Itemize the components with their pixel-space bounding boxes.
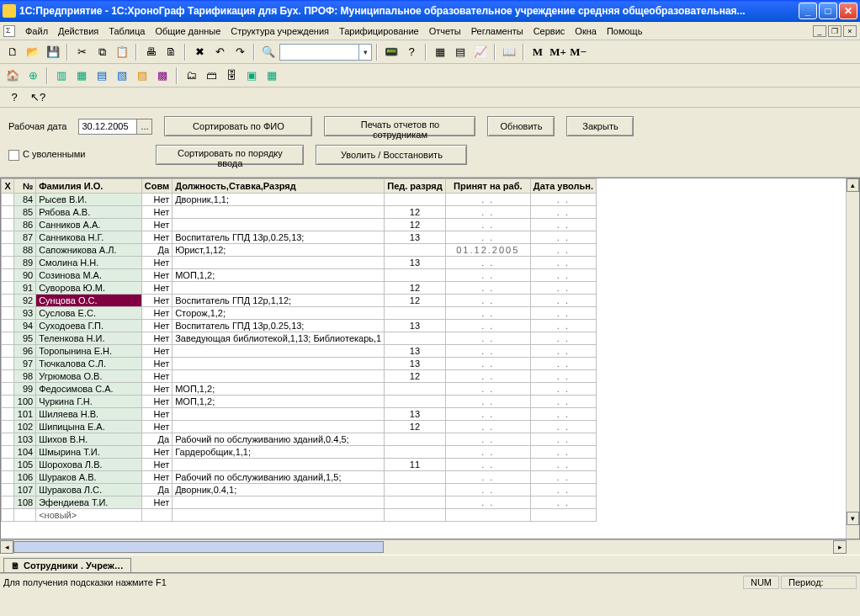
menu-Тарифицирование[interactable]: Тарифицирование: [334, 24, 424, 38]
new-row[interactable]: <новый>: [2, 509, 597, 522]
table-row[interactable]: 97Тючкалова С.Л.Нет13. .. .: [2, 358, 597, 370]
col-ped[interactable]: Пед. разряд: [385, 179, 446, 194]
table-row[interactable]: 95Теленкова Н.И.НетЗаведующая библиотеко…: [2, 332, 597, 345]
doc4-icon[interactable]: ▣: [242, 66, 261, 85]
close-form-button[interactable]: Закрыть: [566, 116, 634, 136]
horizontal-scrollbar[interactable]: ◂ ▸: [0, 539, 860, 553]
table-row[interactable]: 102Шипицына Е.А.Нет12. .. .: [2, 421, 597, 433]
table-row[interactable]: 89Смолина Н.Н.Нет13. .. .: [2, 257, 597, 269]
print-reports-button[interactable]: Печать отчетов по сотрудникам: [324, 116, 475, 136]
scroll-right-icon[interactable]: ▸: [833, 540, 847, 554]
mdi-close[interactable]: ×: [843, 25, 857, 37]
tool1-icon[interactable]: ▦: [431, 43, 449, 61]
paste-icon[interactable]: 📋: [113, 43, 131, 61]
find-icon[interactable]: 🔍: [259, 43, 278, 61]
menu-Действия[interactable]: Действия: [53, 24, 104, 38]
save-icon[interactable]: 💾: [44, 43, 62, 61]
grid4-icon[interactable]: ▧: [113, 66, 131, 85]
table-row[interactable]: 108Эфендиева Т.И.Нет. .. .: [2, 497, 597, 509]
table-row[interactable]: 92Сунцова О.С.НетВоспитатель ГПД 12р,1,1…: [2, 295, 597, 307]
menu-Помощь[interactable]: Помощь: [602, 24, 648, 38]
preview-icon[interactable]: 🗎: [162, 43, 180, 61]
menu-Структура учреждения[interactable]: Структура учреждения: [226, 24, 334, 38]
tool2-icon[interactable]: ▤: [451, 43, 470, 61]
table-row[interactable]: 106Шураков А.В.НетРабочий по обслуживани…: [2, 471, 597, 484]
table-row[interactable]: 87Санникова Н.Г.НетВоспитатель ГПД 13р,0…: [2, 231, 597, 244]
menu-Файл[interactable]: Файл: [20, 24, 53, 38]
scroll-left-icon[interactable]: ◂: [0, 540, 13, 554]
employees-grid[interactable]: X № Фамилия И.О. Совм Должность,Ставка,Р…: [0, 178, 860, 539]
menu-Отчеты[interactable]: Отчеты: [424, 24, 466, 38]
table-row[interactable]: 84Рысев В.И.НетДворник,1,1;. .. .: [2, 194, 597, 206]
menu-Таблица[interactable]: Таблица: [104, 24, 150, 38]
mdi-restore[interactable]: ❐: [828, 25, 841, 37]
table-row[interactable]: 99Федосимова С.А.НетМОП,1,2;. .. .: [2, 383, 597, 396]
col-x[interactable]: X: [2, 179, 14, 194]
table-row[interactable]: 101Шиляева Н.В.Нет13. .. .: [2, 408, 597, 421]
doc1-icon[interactable]: 🗂: [182, 66, 200, 85]
doc2-icon[interactable]: 🗃: [202, 66, 220, 85]
workdate-input[interactable]: [78, 119, 137, 135]
table-row[interactable]: 91Суворова Ю.М.Нет12. .. .: [2, 282, 597, 295]
workdate-picker-button[interactable]: …: [137, 119, 152, 135]
col-sovm[interactable]: Совм: [141, 179, 172, 194]
table-row[interactable]: 103Шихов В.Н.ДаРабочий по обслуживанию з…: [2, 433, 597, 446]
undo-icon[interactable]: ↶: [210, 43, 229, 61]
col-fio[interactable]: Фамилия И.О.: [36, 179, 142, 194]
open-icon[interactable]: 📂: [24, 43, 42, 61]
print-icon[interactable]: 🖶: [141, 43, 160, 61]
mdi-doc-icon[interactable]: [3, 25, 15, 37]
table-row[interactable]: 85Рябова А.В.Нет12. .. .: [2, 206, 597, 219]
vertical-scrollbar[interactable]: ▴ ▾: [846, 178, 859, 539]
grid2-icon[interactable]: ▦: [72, 66, 91, 85]
grid3-icon[interactable]: ▤: [93, 66, 111, 85]
close-button[interactable]: ✕: [839, 3, 857, 19]
grid1-icon[interactable]: ▥: [52, 66, 71, 85]
table-row[interactable]: 88Сапожникова А.Л.ДаЮрист,1,12;01.12.200…: [2, 244, 597, 257]
globe-icon[interactable]: ⊕: [24, 66, 42, 85]
tab-employees[interactable]: 🗎 Сотрудники . Учреж…: [3, 558, 131, 572]
table-row[interactable]: 86Санников А.А.Нет12. .. .: [2, 219, 597, 231]
doc3-icon[interactable]: 🗄: [222, 66, 241, 85]
menu-Общие данные[interactable]: Общие данные: [150, 24, 226, 38]
col-dol[interactable]: Должность,Ставка,Разряд: [173, 179, 385, 194]
new-icon[interactable]: 🗋: [3, 43, 22, 61]
m-plus-button[interactable]: M+: [549, 43, 567, 61]
table-row[interactable]: 90Созинова М.А.НетМОП,1,2;. .. .: [2, 269, 597, 282]
table-row[interactable]: 93Суслова Е.С.НетСторож,1,2;. .. .: [2, 307, 597, 320]
find-combo[interactable]: ▾: [279, 44, 372, 61]
col-uvol[interactable]: Дата увольн.: [530, 179, 596, 194]
m-minus-button[interactable]: M−: [569, 43, 587, 61]
table-row[interactable]: 107Шуракова Л.С.ДаДворник,0.4,1;. .. .: [2, 484, 597, 497]
redo-icon[interactable]: ↷: [231, 43, 249, 61]
col-n[interactable]: №: [14, 179, 36, 194]
scroll-up-icon[interactable]: ▴: [847, 178, 859, 192]
table-row[interactable]: 94Суходоева Г.П.НетВоспитатель ГПД 13р,0…: [2, 320, 597, 332]
maximize-button[interactable]: □: [819, 3, 837, 19]
mdi-minimize[interactable]: _: [813, 25, 826, 37]
scroll-thumb[interactable]: [13, 541, 384, 553]
refresh-button[interactable]: Обновить: [487, 116, 555, 136]
scroll-down-icon[interactable]: ▾: [847, 512, 859, 525]
menu-Окна[interactable]: Окна: [570, 24, 602, 38]
doc5-icon[interactable]: ▦: [263, 66, 281, 85]
m-button[interactable]: M: [528, 43, 547, 61]
home-icon[interactable]: 🏠: [3, 66, 22, 85]
menu-Регламенты[interactable]: Регламенты: [466, 24, 528, 38]
delete-icon[interactable]: ✖: [190, 43, 209, 61]
sort-input-button[interactable]: Сортировать по порядку ввода: [156, 145, 304, 165]
book-icon[interactable]: 📖: [500, 43, 518, 61]
table-row[interactable]: 100Чуркина Г.Н.НетМОП,1,2;. .. .: [2, 396, 597, 408]
help-icon[interactable]: ?: [402, 43, 421, 61]
fire-restore-button[interactable]: Уволить / Восстановить: [316, 145, 467, 165]
calc-icon[interactable]: 📟: [382, 43, 401, 61]
grid5-icon[interactable]: ▨: [133, 66, 151, 85]
with-fired-checkbox[interactable]: С уволенными: [8, 149, 85, 161]
cut-icon[interactable]: ✂: [72, 43, 91, 61]
grid6-icon[interactable]: ▩: [153, 66, 172, 85]
copy-icon[interactable]: ⧉: [93, 43, 111, 61]
table-row[interactable]: 104Шмырина Т.И.НетГардеробщик,1,1;. .. .: [2, 446, 597, 459]
table-row[interactable]: 105Шорохова Л.В.Нет11. .. .: [2, 459, 597, 471]
whatsthis-icon[interactable]: ?: [5, 88, 24, 107]
sort-fio-button[interactable]: Сортировать по ФИО: [164, 116, 312, 136]
